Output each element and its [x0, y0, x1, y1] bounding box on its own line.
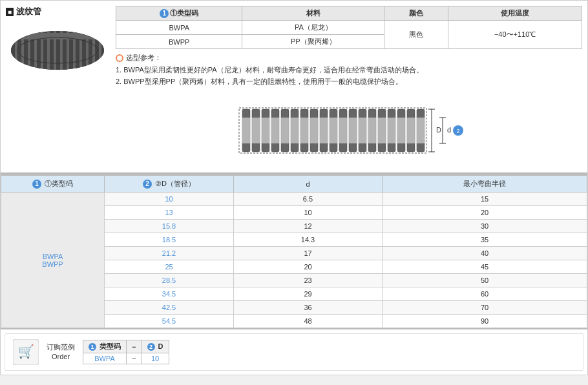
- type-bwpp-dt: BWPP: [6, 260, 99, 268]
- specs-table: 1①类型码 材料 颜色 使用温度 BWPA PA（尼龙） 黑色 −40〜+110…: [116, 6, 582, 49]
- svg-rect-30: [89, 33, 92, 39]
- diagram-section: D d 2: [116, 91, 582, 167]
- svg-text:D: D: [436, 126, 441, 134]
- row-d2-7: 34.5: [105, 287, 234, 301]
- data-table-section: 1 ①类型码 2 ②D（管径） d 最小弯曲半径 BWPABWPP106.515…: [1, 174, 587, 329]
- row-bend-9: 90: [383, 315, 587, 328]
- data-table: 1 ①类型码 2 ②D（管径） d 最小弯曲半径 BWPABWPP106.515…: [1, 175, 587, 328]
- row-bend-0: 15: [383, 192, 587, 206]
- type-bwpp: BWPP: [116, 35, 242, 49]
- dt-col-d: d: [234, 176, 383, 192]
- dt-col-type: ①类型码: [45, 180, 73, 187]
- tube-illustration: [9, 23, 106, 78]
- circle-icon: [116, 54, 123, 62]
- row-d2-9: 54.5: [105, 315, 234, 328]
- svg-rect-20: [24, 33, 28, 39]
- svg-text:d: d: [447, 126, 451, 134]
- row-bend-5: 45: [383, 260, 587, 274]
- svg-rect-17: [101, 31, 105, 70]
- svg-rect-4: [17, 31, 21, 70]
- order-th-d: D: [158, 342, 163, 350]
- order-table: 1 类型码 − 2 D BWPA − 10: [83, 340, 169, 364]
- type-cell: BWPABWPP: [1, 192, 105, 328]
- order-val-d: 10: [142, 353, 169, 364]
- notes-list: 1. BWPA型采用柔韧性更好的PA（尼龙）材料，耐弯曲寿命更好，适合用在经常弯…: [116, 65, 582, 87]
- row-bend-7: 60: [383, 287, 587, 301]
- row-bend-2: 30: [383, 220, 587, 233]
- type-bwpa-dt: BWPA: [6, 253, 99, 260]
- badge-1: 1: [160, 9, 169, 18]
- notes-header: 选型参考：: [116, 53, 582, 63]
- row-d-7: 29: [234, 287, 383, 301]
- row-d2-6: 28.5: [105, 274, 234, 287]
- dt-badge-2: 2: [143, 180, 152, 189]
- svg-rect-29: [82, 33, 86, 39]
- row-d-0: 6.5: [234, 192, 383, 206]
- notes-section: 选型参考： 1. BWPA型采用柔韧性更好的PA（尼龙）材料，耐弯曲寿命更好，适…: [116, 53, 582, 87]
- order-table-container: 1 类型码 − 2 D BWPA − 10: [83, 340, 169, 364]
- order-section: 🛒 订购范例 Order 1 类型码 − 2 D: [5, 333, 583, 371]
- svg-rect-21: [30, 33, 34, 39]
- col-header-color: 颜色: [384, 6, 448, 21]
- svg-rect-53: [242, 118, 426, 143]
- material-bwpa: PA（尼龙）: [242, 21, 384, 35]
- cart-icon-container: 🛒: [13, 339, 39, 365]
- col-header-type: ①类型码: [170, 9, 198, 17]
- notes-title: 选型参考：: [126, 53, 162, 63]
- row-bend-8: 70: [383, 301, 587, 315]
- cart-icon: 🛒: [13, 339, 39, 365]
- row-bend-6: 50: [383, 274, 587, 287]
- product-title: 波纹管: [16, 6, 41, 17]
- right-column: 1①类型码 材料 颜色 使用温度 BWPA PA（尼龙） 黑色 −40〜+110…: [116, 6, 582, 167]
- svg-rect-26: [63, 33, 67, 39]
- row-d2-8: 42.5: [105, 301, 234, 315]
- svg-text:2: 2: [456, 128, 459, 134]
- dt-col-bend: 最小弯曲半径: [383, 176, 587, 192]
- row-d-9: 48: [234, 315, 383, 328]
- row-d-6: 23: [234, 274, 383, 287]
- note-item-1: 1. BWPA型采用柔韧性更好的PA（尼龙）材料，耐弯曲寿命更好，适合用在经常弯…: [116, 65, 582, 76]
- product-title-row: ■ 波纹管: [6, 6, 41, 17]
- title-icon: ■: [6, 8, 14, 16]
- temp-value: −40〜+110℃: [448, 21, 582, 49]
- note-item-2: 2. BWPP型采用PP（聚丙烯）材料，具有一定的阻燃特性，使用用于一般的电缆保…: [116, 76, 582, 88]
- row-d-3: 14.3: [234, 233, 383, 247]
- dt-col-d2: ②D（管径）: [155, 180, 195, 187]
- order-label: 订购范例 Order: [47, 342, 75, 362]
- top-section: ■ 波纹管: [1, 1, 587, 174]
- order-badge-1: 1: [89, 343, 96, 351]
- row-d2-2: 15.8: [105, 220, 234, 233]
- svg-rect-24: [50, 33, 54, 39]
- dt-badge-1: 1: [32, 180, 41, 189]
- svg-rect-28: [76, 33, 79, 39]
- svg-rect-31: [95, 33, 99, 39]
- svg-text:🛒: 🛒: [18, 344, 34, 359]
- row-d2-3: 18.5: [105, 233, 234, 247]
- dimension-diagram: D d 2: [233, 95, 465, 166]
- row-d2-1: 13: [105, 206, 234, 220]
- product-image: [9, 21, 106, 79]
- svg-rect-19: [17, 33, 21, 39]
- order-title: 订购范例: [47, 342, 75, 352]
- col-header-temp: 使用温度: [448, 6, 582, 21]
- row-d-5: 20: [234, 260, 383, 274]
- row-d-4: 17: [234, 247, 383, 260]
- row-d-1: 10: [234, 206, 383, 220]
- order-val-type: BWPA: [83, 353, 127, 364]
- order-th-type: 类型码: [100, 342, 121, 350]
- svg-rect-3: [11, 31, 15, 70]
- type-bwpa: BWPA: [116, 21, 242, 35]
- row-d-2: 12: [234, 220, 383, 233]
- row-d-8: 36: [234, 301, 383, 315]
- color-value: 黑色: [384, 21, 448, 49]
- row-d2-0: 10: [105, 192, 234, 206]
- order-th-dash: −: [127, 340, 142, 353]
- svg-rect-16: [95, 31, 99, 70]
- svg-rect-25: [56, 33, 60, 39]
- row-bend-4: 40: [383, 247, 587, 260]
- col-header-material: 材料: [242, 6, 384, 21]
- order-badge-2: 2: [147, 343, 155, 351]
- row-d2-4: 21.2: [105, 247, 234, 260]
- row-bend-1: 20: [383, 206, 587, 220]
- row-d2-5: 25: [105, 260, 234, 274]
